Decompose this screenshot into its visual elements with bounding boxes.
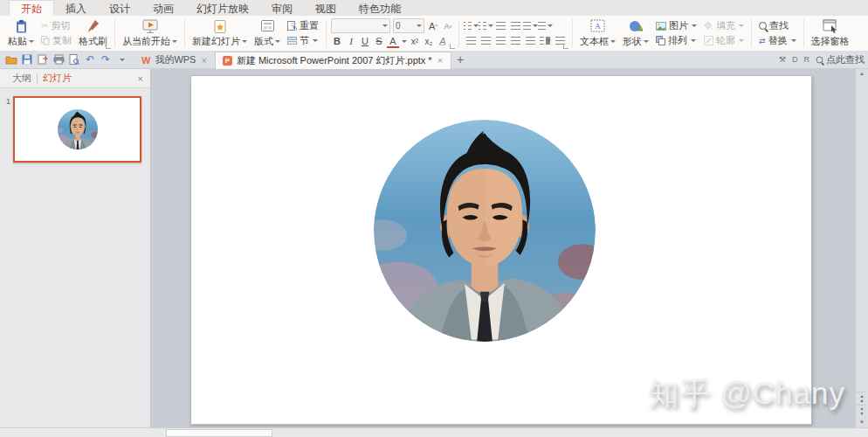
reset-button[interactable]: 重置 bbox=[286, 19, 320, 32]
arrange-button[interactable]: 排列 bbox=[654, 34, 699, 47]
tab-design[interactable]: 设计 bbox=[98, 1, 141, 16]
slide-thumbnail[interactable] bbox=[13, 96, 141, 163]
command-search[interactable]: 点此查找 bbox=[816, 53, 865, 66]
shapes-button[interactable]: 形状 bbox=[619, 17, 652, 49]
export-icon[interactable] bbox=[36, 52, 50, 66]
new-tab-button[interactable]: + bbox=[451, 52, 469, 66]
slide-number: 1 bbox=[3, 96, 10, 163]
cut-button[interactable]: ✂ 剪切 bbox=[39, 19, 73, 32]
tab-view[interactable]: 视图 bbox=[304, 1, 348, 16]
tab-slideshow[interactable]: 幻灯片放映 bbox=[185, 1, 260, 16]
font-dialog-launcher-icon[interactable] bbox=[450, 44, 455, 49]
document-tab[interactable]: P 新建 Microsoft PowerPoint 2007 幻灯片.pptx … bbox=[215, 52, 451, 69]
selection-pane-label: 选择窗格 bbox=[811, 35, 850, 48]
previous-slide-button[interactable]: ▲▲ bbox=[857, 392, 867, 405]
layout-caret-icon bbox=[275, 40, 280, 43]
from-current-slide-button[interactable]: 从当前开始 bbox=[119, 17, 181, 49]
numbering-button[interactable] bbox=[479, 19, 493, 32]
textbox-button[interactable]: A 文本框 bbox=[576, 17, 619, 49]
new-slide-label: 新建幻灯片 bbox=[192, 35, 240, 48]
find-button[interactable]: 查找 bbox=[757, 19, 798, 32]
paragraph-group bbox=[460, 16, 571, 51]
slides-tab[interactable]: 幻灯片 bbox=[38, 72, 77, 85]
font-name-combobox[interactable] bbox=[331, 18, 390, 33]
line-spacing-button[interactable] bbox=[523, 19, 538, 32]
bullets-icon bbox=[464, 22, 472, 30]
horizontal-scroll-thumb[interactable] bbox=[166, 429, 272, 437]
scroll-up-icon[interactable]: ▲ bbox=[859, 69, 865, 80]
open-folder-icon[interactable] bbox=[4, 52, 18, 66]
layout-icon bbox=[260, 19, 275, 33]
document-tab-close-icon[interactable]: × bbox=[437, 55, 444, 66]
outline-button[interactable]: 轮廓 bbox=[702, 34, 746, 47]
fill-button[interactable]: 填充 bbox=[702, 19, 746, 32]
align-right-icon bbox=[496, 37, 506, 45]
save-icon[interactable] bbox=[20, 52, 34, 66]
tab-animation[interactable]: 动画 bbox=[141, 1, 185, 16]
superscript-button[interactable]: x² bbox=[409, 35, 421, 48]
docer-icon[interactable]: D bbox=[792, 55, 798, 64]
strikethrough-button[interactable]: S bbox=[373, 35, 385, 48]
align-right-button[interactable] bbox=[493, 34, 508, 47]
print-preview-icon[interactable] bbox=[67, 52, 81, 66]
copy-button[interactable]: 复制 bbox=[39, 34, 73, 47]
tools-icon[interactable]: ⚒ bbox=[779, 55, 786, 64]
watermark: 知乎 @Chany bbox=[649, 373, 845, 414]
justify-button[interactable] bbox=[508, 34, 523, 47]
clipboard-dialog-launcher-icon[interactable] bbox=[106, 44, 111, 49]
slide-thumbnail-portrait bbox=[58, 109, 98, 149]
insert-group: A 文本框 形状 图片 排列 bbox=[574, 16, 750, 51]
decrease-indent-icon bbox=[496, 22, 506, 30]
font-size-combobox[interactable]: 0 bbox=[393, 18, 424, 33]
panel-close-icon[interactable]: × bbox=[138, 73, 143, 84]
document-tab-label: 新建 Microsoft PowerPoint 2007 幻灯片.pptx * bbox=[237, 54, 432, 67]
font-color-button[interactable]: A bbox=[387, 35, 399, 48]
selection-pane-button[interactable]: 选择窗格 bbox=[808, 17, 853, 49]
redo-icon[interactable]: ↷ bbox=[99, 52, 113, 66]
align-left-button[interactable] bbox=[464, 34, 479, 47]
decrease-indent-button[interactable] bbox=[493, 19, 508, 32]
share-icon[interactable]: R bbox=[804, 55, 810, 64]
wps-tab-close-icon[interactable]: × bbox=[200, 55, 207, 66]
replace-button[interactable]: ⇄ 替换 bbox=[757, 34, 798, 47]
layout-button[interactable]: 版式 bbox=[251, 17, 284, 49]
distribute-button[interactable] bbox=[523, 34, 538, 47]
quick-access-caret-icon[interactable] bbox=[114, 52, 128, 66]
grow-font-button[interactable]: A^ bbox=[427, 19, 439, 32]
bold-button[interactable]: B bbox=[331, 35, 343, 48]
copy-icon bbox=[41, 36, 50, 45]
shrink-font-button[interactable]: Av bbox=[442, 19, 454, 32]
align-center-button[interactable] bbox=[479, 34, 493, 47]
circular-picture[interactable] bbox=[374, 120, 596, 342]
tab-special-features[interactable]: 特色功能 bbox=[348, 1, 412, 16]
fill-caret-icon bbox=[739, 24, 744, 27]
undo-icon[interactable]: ↶ bbox=[83, 52, 97, 66]
next-slide-button[interactable]: ▼▼ bbox=[857, 405, 867, 418]
underline-button[interactable]: U bbox=[359, 35, 371, 48]
print-icon[interactable] bbox=[52, 52, 65, 66]
section-button[interactable]: 节 bbox=[286, 34, 320, 47]
italic-button[interactable]: I bbox=[345, 35, 357, 48]
increase-indent-button[interactable] bbox=[508, 19, 523, 32]
picture-button[interactable]: 图片 bbox=[654, 19, 699, 32]
tab-insert[interactable]: 插入 bbox=[54, 1, 98, 16]
font-color-caret-icon bbox=[402, 40, 407, 43]
columns-button[interactable] bbox=[538, 34, 553, 47]
tab-home[interactable]: 开始 bbox=[9, 0, 54, 16]
text-effects-button[interactable]: A̲ bbox=[437, 35, 449, 48]
wps-home-tab[interactable]: W 我的WPS × bbox=[134, 52, 215, 68]
slide-page[interactable] bbox=[190, 75, 812, 425]
paste-button[interactable]: 粘贴 bbox=[4, 17, 38, 49]
outline-icon bbox=[704, 36, 713, 45]
paragraph-dialog-launcher-icon[interactable] bbox=[563, 44, 568, 49]
font-group: 0 A^ Av B I U S A x² x₂ A̲ bbox=[327, 16, 458, 51]
vertical-scrollbar[interactable]: ▲ ▲▲ ▼▼ ▼ bbox=[855, 69, 868, 428]
text-direction-button[interactable] bbox=[538, 19, 553, 32]
bullets-button[interactable] bbox=[464, 19, 479, 32]
new-slide-button[interactable]: 新建幻灯片 bbox=[189, 17, 251, 49]
cut-label: 剪切 bbox=[51, 19, 70, 32]
font-name-caret-icon bbox=[382, 24, 388, 27]
subscript-button[interactable]: x₂ bbox=[423, 35, 435, 48]
tab-review[interactable]: 审阅 bbox=[260, 1, 304, 16]
outline-tab[interactable]: 大纲 bbox=[7, 72, 37, 85]
